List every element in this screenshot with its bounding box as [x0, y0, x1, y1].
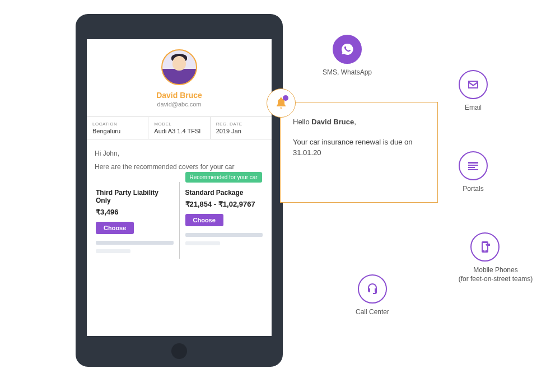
package-title: Third Party Liability Only — [96, 189, 174, 204]
notification-comma: , — [354, 118, 356, 126]
home-button[interactable] — [171, 343, 187, 359]
profile-name: David Bruce — [87, 91, 272, 100]
placeholder-line — [185, 233, 263, 237]
channel-sms: SMS, WhatsApp — [314, 35, 381, 77]
channel-email: Email — [451, 70, 496, 113]
notification-popup: Hello David Bruce, Your car insurance re… — [280, 102, 438, 203]
package-price: ₹3,496 — [96, 208, 174, 216]
channel-mobile: Mobile Phones (for feet-on-street teams) — [442, 232, 549, 283]
tablet-frame: David Bruce david@abc.com LOCATION Benga… — [76, 14, 283, 367]
message-greeting: Hi John, — [95, 150, 264, 157]
profile-section: David Bruce david@abc.com — [87, 39, 272, 108]
portal-icon — [459, 151, 488, 180]
tablet-screen: David Bruce david@abc.com LOCATION Benga… — [87, 39, 272, 336]
notification-bell[interactable] — [267, 88, 296, 118]
channel-label: Portals — [451, 185, 496, 194]
package-card: Third Party Liability Only ₹3,496 Choose — [90, 182, 179, 259]
notification-dot-icon — [283, 95, 288, 101]
email-icon — [459, 70, 488, 99]
choose-button[interactable]: Choose — [96, 222, 134, 234]
whatsapp-icon — [333, 35, 362, 64]
channel-label: Mobile Phones (for feet-on-street teams) — [442, 266, 549, 283]
channel-portals: Portals — [451, 151, 496, 194]
package-card: Recommended for your car Standard Packag… — [179, 182, 269, 259]
channel-label: SMS, WhatsApp — [314, 68, 381, 77]
notification-body: Your car insurance renewal is due on 31.… — [293, 138, 412, 156]
packages-row: Third Party Liability Only ₹3,496 Choose… — [87, 182, 272, 259]
info-cell-regdate: REG. DATE 2019 Jan — [211, 117, 272, 139]
location-label: LOCATION — [92, 122, 142, 127]
notification-hello: Hello — [293, 118, 311, 126]
model-label: MODEL — [154, 122, 204, 127]
channel-call-center: Call Center — [339, 274, 406, 317]
notification-name: David Bruce — [311, 118, 354, 126]
info-row: LOCATION Bengaluru MODEL Audi A3 1.4 TFS… — [87, 116, 272, 139]
channel-label: Email — [451, 104, 496, 113]
placeholder-line — [96, 249, 130, 253]
notification-text: Hello David Bruce, Your car insurance re… — [293, 117, 425, 158]
location-value: Bengaluru — [92, 128, 142, 134]
headset-icon — [358, 274, 387, 304]
placeholder-line — [185, 241, 220, 245]
channel-label: Call Center — [339, 308, 406, 317]
regdate-label: REG. DATE — [216, 122, 266, 127]
package-price: ₹21,854 - ₹1,02,9767 — [185, 200, 263, 208]
choose-button[interactable]: Choose — [185, 214, 223, 226]
placeholder-line — [96, 241, 174, 245]
avatar — [161, 49, 197, 85]
mobile-icon — [470, 232, 500, 262]
profile-email: david@abc.com — [87, 101, 272, 108]
regdate-value: 2019 Jan — [216, 128, 266, 134]
package-title: Standard Package — [185, 189, 263, 197]
info-cell-model: MODEL Audi A3 1.4 TFSI — [148, 117, 210, 139]
message-body: Here are the recommended covers for your… — [95, 163, 264, 171]
info-cell-location: LOCATION Bengaluru — [87, 117, 148, 139]
package-badge: Recommended for your car — [185, 172, 262, 183]
model-value: Audi A3 1.4 TFSI — [154, 128, 204, 134]
